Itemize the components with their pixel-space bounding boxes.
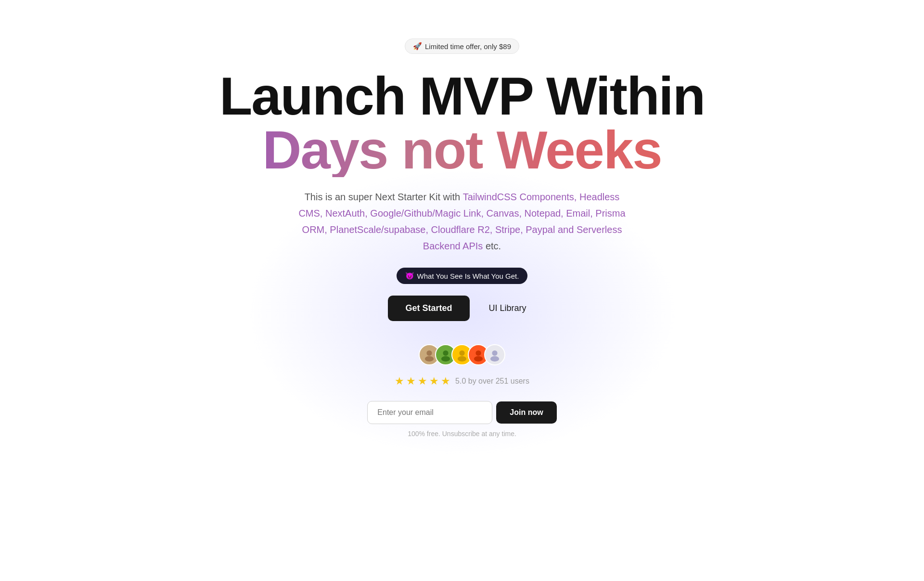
rating-text: 5.0 by over 251 users bbox=[455, 377, 529, 386]
main-content: 🚀 Limited time offer, only $89 Launch MV… bbox=[0, 39, 924, 457]
description-suffix: etc. bbox=[483, 241, 501, 251]
offer-badge: 🚀 Limited time offer, only $89 bbox=[405, 39, 519, 54]
star-5: ★ bbox=[441, 375, 450, 387]
svg-point-9 bbox=[490, 356, 499, 362]
svg-point-3 bbox=[441, 356, 450, 362]
svg-point-2 bbox=[443, 350, 448, 356]
join-now-button[interactable]: Join now bbox=[496, 401, 556, 424]
svg-point-1 bbox=[425, 356, 434, 362]
wysiwyg-badge: 😈 What You See Is What You Get. bbox=[397, 268, 528, 284]
email-input[interactable] bbox=[367, 401, 492, 424]
svg-point-4 bbox=[459, 350, 464, 356]
fine-print: 100% free. Unsubscribe at any time. bbox=[408, 430, 516, 438]
wysiwyg-emoji: 😈 bbox=[405, 271, 414, 280]
star-4: ★ bbox=[429, 375, 439, 387]
description: This is an super Next Starter Kit with T… bbox=[294, 189, 630, 254]
rating-by: by bbox=[468, 377, 478, 385]
description-prefix: This is an super Next Starter Kit with bbox=[305, 192, 463, 202]
stars: ★ ★ ★ ★ ★ bbox=[395, 375, 450, 387]
email-section: Join now bbox=[367, 401, 556, 424]
headline-block: Launch MVP Within Days not Weeks bbox=[219, 69, 705, 177]
headline-line1: Launch MVP Within bbox=[219, 69, 705, 123]
headline-line2: Days not Weeks bbox=[219, 123, 705, 177]
ui-library-button[interactable]: UI Library bbox=[479, 296, 536, 321]
rating-section: ★ ★ ★ ★ ★ 5.0 by over 251 users bbox=[395, 375, 529, 387]
star-1: ★ bbox=[395, 375, 404, 387]
offer-text: Limited time offer, only $89 bbox=[425, 42, 511, 51]
avatar bbox=[484, 344, 505, 365]
rating-score: 5.0 bbox=[455, 377, 466, 385]
cta-buttons: Get Started UI Library bbox=[388, 296, 536, 321]
svg-point-5 bbox=[458, 356, 466, 362]
svg-point-0 bbox=[426, 350, 432, 356]
get-started-button[interactable]: Get Started bbox=[388, 296, 469, 321]
wysiwyg-text: What You See Is What You Get. bbox=[417, 272, 519, 280]
star-3: ★ bbox=[418, 375, 427, 387]
star-2: ★ bbox=[406, 375, 416, 387]
svg-point-7 bbox=[474, 356, 483, 362]
rating-users: over 251 users bbox=[478, 377, 529, 385]
avatar-group bbox=[419, 344, 505, 365]
page-wrapper: 🚀 Limited time offer, only $89 Launch MV… bbox=[0, 0, 924, 457]
svg-point-8 bbox=[492, 350, 497, 356]
svg-point-6 bbox=[475, 350, 481, 356]
offer-emoji: 🚀 bbox=[413, 42, 422, 51]
